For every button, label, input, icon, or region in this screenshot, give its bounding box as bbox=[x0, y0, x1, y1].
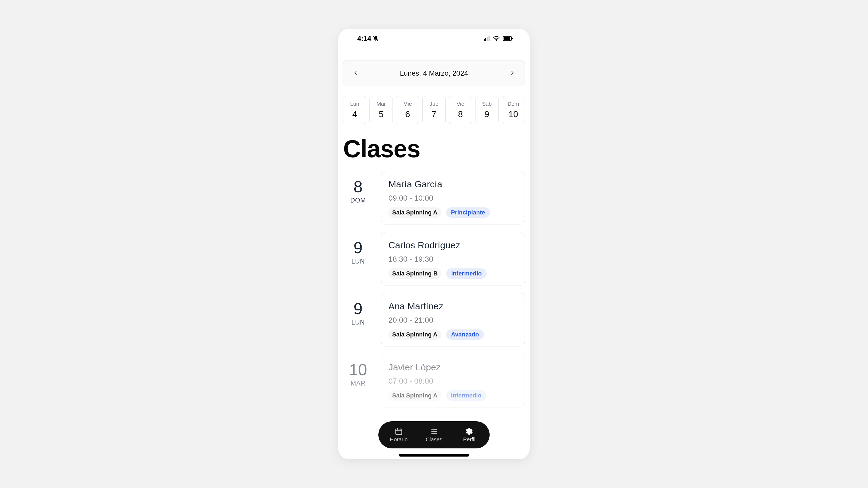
nav-item-horario[interactable]: Horario bbox=[386, 427, 411, 443]
svg-rect-9 bbox=[396, 429, 402, 434]
day-chip-num: 4 bbox=[352, 109, 357, 119]
class-trainer: Ana Martínez bbox=[389, 301, 518, 312]
class-time: 07:00 - 08:00 bbox=[389, 377, 518, 386]
gear-icon bbox=[465, 427, 473, 435]
svg-point-16 bbox=[431, 429, 432, 430]
class-card[interactable]: Javier López 07:00 - 08:00 Sala Spinning… bbox=[381, 354, 525, 408]
chevron-left-icon bbox=[353, 70, 358, 76]
day-chip-dow: Jue bbox=[430, 101, 438, 107]
class-date-col: 8 DOM bbox=[343, 171, 373, 225]
class-room-tag: Sala Spinning A bbox=[389, 329, 441, 340]
class-tags: Sala Spinning B Intermedio bbox=[389, 268, 518, 279]
day-chip-vie[interactable]: Vie 8 bbox=[449, 96, 472, 124]
class-day-num: 9 bbox=[353, 240, 362, 256]
bell-off-icon bbox=[373, 35, 379, 41]
day-chip-dow: Vie bbox=[457, 101, 464, 107]
day-chip-dow: Dom bbox=[507, 101, 519, 107]
bottom-nav: Horario Clases Perfil bbox=[378, 421, 490, 448]
svg-rect-7 bbox=[504, 37, 510, 40]
class-card[interactable]: María García 09:00 - 10:00 Sala Spinning… bbox=[381, 171, 525, 225]
battery-icon bbox=[503, 36, 514, 41]
status-bar: 4:14 bbox=[338, 31, 530, 46]
day-chip-num: 7 bbox=[432, 109, 436, 119]
phone-frame: 4:14 bbox=[338, 29, 530, 459]
svg-rect-2 bbox=[485, 38, 486, 41]
svg-rect-8 bbox=[512, 38, 513, 39]
class-level-tag: Avanzado bbox=[446, 329, 484, 340]
class-date-col: 9 LUN bbox=[343, 232, 373, 286]
class-tags: Sala Spinning A Avanzado bbox=[389, 329, 518, 340]
class-day-num: 8 bbox=[353, 178, 362, 195]
page-title: Clases bbox=[343, 135, 525, 163]
day-chip-dow: Mié bbox=[403, 101, 412, 107]
class-card[interactable]: Carlos Rodríguez 18:30 - 19:30 Sala Spin… bbox=[381, 232, 525, 286]
home-indicator[interactable] bbox=[399, 454, 469, 457]
day-chip-num: 8 bbox=[458, 109, 463, 119]
class-card[interactable]: Ana Martínez 20:00 - 21:00 Sala Spinning… bbox=[381, 293, 525, 347]
class-time: 09:00 - 10:00 bbox=[389, 194, 518, 202]
day-chip-dow: Mar bbox=[376, 101, 386, 107]
cellular-icon bbox=[484, 36, 490, 41]
class-trainer: María García bbox=[389, 179, 518, 190]
day-chip-num: 6 bbox=[405, 109, 410, 119]
class-day-label: MAR bbox=[351, 380, 366, 387]
day-chip-sab[interactable]: Sáb 9 bbox=[475, 96, 498, 124]
status-right bbox=[484, 36, 514, 41]
day-chip-dow: Sáb bbox=[482, 101, 492, 107]
svg-rect-4 bbox=[489, 36, 490, 41]
day-chip-dom[interactable]: Dom 10 bbox=[502, 96, 525, 124]
nav-item-perfil[interactable]: Perfil bbox=[457, 427, 482, 443]
svg-rect-3 bbox=[487, 37, 488, 41]
wifi-icon bbox=[493, 36, 500, 41]
svg-point-5 bbox=[496, 40, 497, 41]
class-day-label: DOM bbox=[350, 197, 366, 204]
class-day-num: 10 bbox=[349, 362, 367, 378]
day-chip-jue[interactable]: Jue 7 bbox=[422, 96, 445, 124]
class-day-label: LUN bbox=[351, 258, 365, 265]
day-chip-num: 9 bbox=[485, 109, 489, 119]
prev-date-button[interactable] bbox=[350, 68, 361, 78]
list-icon bbox=[430, 427, 438, 435]
class-trainer: Carlos Rodríguez bbox=[389, 240, 518, 251]
day-chip-mie[interactable]: Mié 6 bbox=[396, 96, 419, 124]
class-room-tag: Sala Spinning A bbox=[389, 390, 441, 401]
nav-label: Clases bbox=[426, 436, 442, 443]
date-header-label: Lunes, 4 Marzo, 2024 bbox=[400, 69, 468, 77]
class-time: 20:00 - 21:00 bbox=[389, 316, 518, 325]
class-trainer: Javier López bbox=[389, 362, 518, 372]
class-date-col: 9 LUN bbox=[343, 293, 373, 347]
class-level-tag: Intermedio bbox=[446, 390, 486, 401]
day-chip-mar[interactable]: Mar 5 bbox=[369, 96, 393, 124]
class-list[interactable]: 8 DOM María García 09:00 - 10:00 Sala Sp… bbox=[343, 171, 525, 459]
class-tags: Sala Spinning A Intermedio bbox=[389, 390, 518, 401]
day-chip-lun[interactable]: Lun 4 bbox=[343, 96, 366, 124]
class-room-tag: Sala Spinning B bbox=[389, 268, 441, 279]
svg-point-18 bbox=[431, 433, 432, 434]
status-time: 4:14 bbox=[357, 34, 371, 43]
day-chip-num: 10 bbox=[508, 109, 518, 119]
svg-point-17 bbox=[431, 431, 432, 432]
class-row: 10 MAR Javier López 07:00 - 08:00 Sala S… bbox=[343, 354, 525, 408]
nav-item-clases[interactable]: Clases bbox=[422, 427, 446, 443]
next-date-button[interactable] bbox=[507, 68, 518, 78]
class-row: 8 DOM María García 09:00 - 10:00 Sala Sp… bbox=[343, 171, 525, 225]
day-chip-dow: Lun bbox=[350, 101, 359, 107]
class-level-tag: Principiante bbox=[446, 207, 490, 218]
date-header: Lunes, 4 Marzo, 2024 bbox=[343, 60, 525, 86]
day-strip: Lun 4 Mar 5 Mié 6 Jue 7 Vie 8 bbox=[343, 96, 525, 124]
class-level-tag: Intermedio bbox=[446, 268, 486, 279]
day-chip-num: 5 bbox=[379, 109, 383, 119]
calendar-icon bbox=[395, 427, 403, 435]
svg-rect-1 bbox=[484, 39, 485, 41]
class-tags: Sala Spinning A Principiante bbox=[389, 207, 518, 218]
class-room-tag: Sala Spinning A bbox=[389, 207, 441, 218]
class-date-col: 10 MAR bbox=[343, 354, 373, 408]
class-row: 9 LUN Carlos Rodríguez 18:30 - 19:30 Sal… bbox=[343, 232, 525, 286]
nav-label: Horario bbox=[390, 436, 408, 443]
class-day-num: 9 bbox=[353, 301, 362, 317]
class-day-label: LUN bbox=[351, 319, 365, 326]
class-time: 18:30 - 19:30 bbox=[389, 255, 518, 263]
status-left: 4:14 bbox=[357, 34, 379, 43]
nav-label: Perfil bbox=[463, 436, 475, 443]
chevron-right-icon bbox=[510, 70, 515, 76]
